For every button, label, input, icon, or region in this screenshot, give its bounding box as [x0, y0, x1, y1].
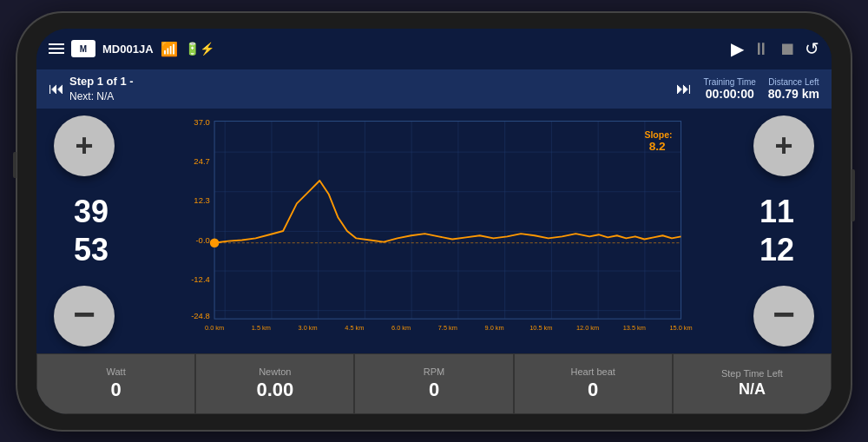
svg-text:8.2: 8.2: [649, 140, 666, 153]
rpm-label: RPM: [424, 366, 444, 377]
svg-text:12.3: 12.3: [194, 195, 209, 205]
step-bar-left: ⏮ Step 1 of 1 - Next: N/A: [49, 74, 669, 104]
svg-text:6.0 km: 6.0 km: [391, 323, 411, 331]
refresh-button[interactable]: ↺: [805, 38, 819, 59]
logo: M: [71, 40, 95, 57]
training-time-value: 00:00:00: [704, 87, 756, 101]
step-time-value: N/A: [739, 380, 766, 399]
play-button[interactable]: ▶: [731, 38, 744, 59]
left-values: 39 53: [60, 193, 108, 267]
menu-icon[interactable]: [49, 43, 64, 54]
svg-text:12.0 km: 12.0 km: [576, 323, 599, 331]
svg-text:24.7: 24.7: [194, 156, 209, 166]
watt-label: Watt: [106, 366, 125, 377]
left-panel: + 39 53 −: [36, 109, 132, 353]
newton-label: Newton: [259, 366, 291, 377]
step-bar: ⏮ Step 1 of 1 - Next: N/A ⏭ Training Tim…: [36, 70, 832, 109]
newton-tile[interactable]: Newton 0.00: [195, 353, 354, 414]
step-line1: Step 1 of 1 -: [69, 74, 134, 89]
chart-area: 37.0 24.7 12.3 -0.0 -12.4 -24.8 0.0 km 1…: [135, 112, 733, 350]
training-time-label: Training Time: [704, 77, 756, 87]
header-bar: M MD001JA 📶 🔋⚡ ▶ ⏸ ⏹ ↺: [36, 29, 832, 70]
distance-left-block: Distance Left 80.79 km: [768, 77, 819, 101]
bottom-bar: Watt 0 Newton 0.00 RPM 0 Heart beat 0 St…: [36, 353, 832, 414]
step-info: Step 1 of 1 - Next: N/A: [69, 74, 134, 104]
main-content: + 39 53 −: [36, 109, 832, 353]
step-time-label: Step Time Left: [721, 368, 783, 379]
svg-rect-1: [214, 121, 681, 319]
header-controls: ▶ ⏸ ⏹ ↺: [731, 38, 819, 59]
pause-button[interactable]: ⏸: [753, 39, 770, 59]
distance-left-value: 80.79 km: [768, 87, 819, 101]
header-left: M MD001JA 📶 🔋⚡: [49, 40, 731, 57]
right-plus-button[interactable]: +: [753, 115, 814, 176]
heartbeat-value: 0: [588, 379, 598, 401]
svg-text:37.0: 37.0: [194, 116, 209, 126]
phone-screen: M MD001JA 📶 🔋⚡ ▶ ⏸ ⏹ ↺ ⏮ Step 1 of 1 - N…: [36, 29, 832, 414]
chart-panel: 37.0 24.7 12.3 -0.0 -12.4 -24.8 0.0 km 1…: [132, 109, 736, 353]
svg-text:15.0 km: 15.0 km: [669, 323, 692, 331]
svg-text:9.0 km: 9.0 km: [485, 323, 504, 331]
watt-tile[interactable]: Watt 0: [36, 353, 195, 414]
svg-text:3.0 km: 3.0 km: [299, 323, 318, 331]
heartbeat-label: Heart beat: [571, 366, 615, 377]
svg-text:10.5 km: 10.5 km: [529, 323, 552, 331]
left-minus-button[interactable]: −: [54, 286, 115, 346]
distance-left-label: Distance Left: [768, 77, 819, 87]
right-value-2: 12: [760, 231, 794, 268]
side-button-right: [852, 169, 855, 221]
rpm-tile[interactable]: RPM 0: [354, 353, 513, 414]
svg-text:Slope:: Slope:: [644, 129, 672, 139]
step-bar-right: ⏭ Training Time 00:00:00 Distance Left 8…: [676, 77, 819, 101]
chart-svg: 37.0 24.7 12.3 -0.0 -12.4 -24.8 0.0 km 1…: [135, 112, 733, 350]
left-plus-button[interactable]: +: [54, 115, 115, 176]
skip-start-icon[interactable]: ⏮: [49, 80, 64, 98]
right-values: 11 12: [760, 193, 808, 267]
watt-value: 0: [110, 379, 121, 401]
heartbeat-tile[interactable]: Heart beat 0: [514, 353, 673, 414]
svg-text:13.5 km: 13.5 km: [623, 323, 646, 331]
rpm-value: 0: [429, 379, 439, 401]
side-button-left: [13, 152, 16, 178]
step-time-tile[interactable]: Step Time Left N/A: [673, 353, 832, 414]
left-value-1: 39: [74, 193, 108, 230]
right-minus-button[interactable]: −: [753, 286, 814, 346]
svg-text:4.5 km: 4.5 km: [345, 323, 364, 331]
phone-device: M MD001JA 📶 🔋⚡ ▶ ⏸ ⏹ ↺ ⏮ Step 1 of 1 - N…: [17, 13, 851, 430]
skip-next-icon[interactable]: ⏭: [676, 80, 692, 98]
left-value-2: 53: [74, 231, 108, 268]
svg-text:-0.0: -0.0: [195, 234, 209, 244]
svg-text:-12.4: -12.4: [191, 274, 210, 284]
device-id: MD001JA: [102, 43, 154, 56]
stop-button[interactable]: ⏹: [779, 39, 796, 59]
right-value-1: 11: [760, 193, 794, 230]
right-panel: + 11 12 −: [736, 109, 832, 353]
battery-icon: 🔋⚡: [185, 42, 214, 56]
svg-text:-24.8: -24.8: [191, 311, 210, 320]
step-line2: Next: N/A: [69, 89, 134, 104]
wifi-icon: 📶: [161, 41, 178, 57]
newton-value: 0.00: [256, 379, 293, 401]
svg-text:7.5 km: 7.5 km: [438, 323, 457, 331]
svg-text:0.0 km: 0.0 km: [205, 323, 224, 331]
training-time-block: Training Time 00:00:00: [704, 77, 756, 101]
svg-text:1.5 km: 1.5 km: [252, 323, 271, 331]
